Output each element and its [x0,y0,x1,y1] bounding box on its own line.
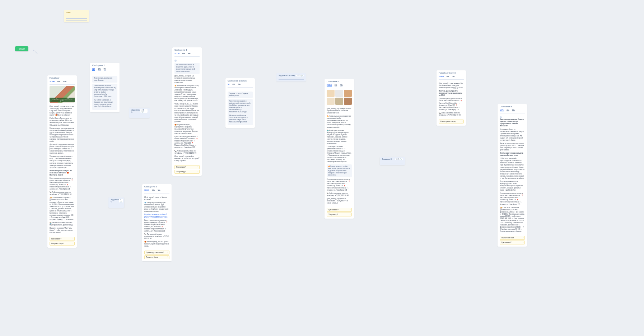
node-msg6[interactable]: Сообщение 6 50710%1% Максимально важные … [498,104,527,247]
delay-3[interactable]: Задержка 3144 🕐 [380,157,405,165]
start-node[interactable]: Старт [15,46,28,51]
node-msg2-copy[interactable]: Сообщение 2 (копия) 510%0% Переместить с… [225,78,255,128]
delay-badge: 145 🕐 [140,109,148,113]
warning-node[interactable]: Error [64,10,89,22]
delay-1[interactable]: Задержка 1145 🕐 [129,108,150,118]
delay-title: Задержка 1 [131,109,140,113]
reply-button[interactable]: Получить бонус! [50,242,75,246]
reply-button[interactable]: Где магазин? [500,241,525,244]
edges [0,0,108,54]
reply-button[interactable]: Где магазин? [174,165,200,169]
start-label: Старт [19,48,25,50]
hero-image: каждый день лучшие в России рыбы [50,86,75,103]
hint: Переместить сообщение ниже бронзы: [92,76,117,83]
info-icon [174,60,177,62]
reply-button[interactable]: Получить бонус [144,255,169,259]
node-msg3[interactable]: Сообщение 3 317780%4% Мы сможем согласит… [172,47,202,176]
flow-canvas[interactable]: Старт Error Новый шаг 377990%86% каждый … [0,0,644,336]
node-title: Сообщение 8 [142,184,172,189]
reply-button[interactable]: Где магазин? [50,237,75,241]
node-title: Сообщение 2 [90,63,120,68]
reply-button[interactable]: Как получить скидку [439,120,464,123]
reply-button[interactable]: Хочу скидку! [327,213,352,216]
node-msg2[interactable]: Сообщение 2 3260%0% Переместить сообщени… [90,63,120,112]
warning-title: Error [64,10,89,15]
node-new-step[interactable]: Новый шаг 377990%86% каждый день лучшие … [47,75,77,248]
node-title: Сообщение 3 [172,47,202,52]
node-body: {{first_name}}, сказано вопрос на 100% с… [47,104,77,236]
info-icon [500,116,502,118]
reply-button[interactable]: Где находится магазин? [144,251,169,255]
image-grid [327,90,352,105]
node-new-step-copy[interactable]: Новый шаг (копия) 274290%3% {{first_name… [437,70,466,126]
node-msg5[interactable]: Сообщение 5 298180%4% {{first_name}}, Ну… [325,79,354,219]
node-msg8[interactable]: Сообщение 8 320220%5% {{first_name}}, уз… [142,184,172,261]
reply-button[interactable]: Где магазин? [327,208,352,212]
node-title: Новый шаг [47,75,77,80]
delay-1-copy[interactable]: Задержка 1 (копия)150 🕐 [276,73,306,81]
reply-button[interactable]: Хочу скидку! [174,170,200,174]
delay-4[interactable]: Задержка 41 🕐 [108,197,124,208]
reply-button[interactable]: Перейти на сайт [500,236,525,240]
node-stats: 377990%86% [50,80,75,85]
